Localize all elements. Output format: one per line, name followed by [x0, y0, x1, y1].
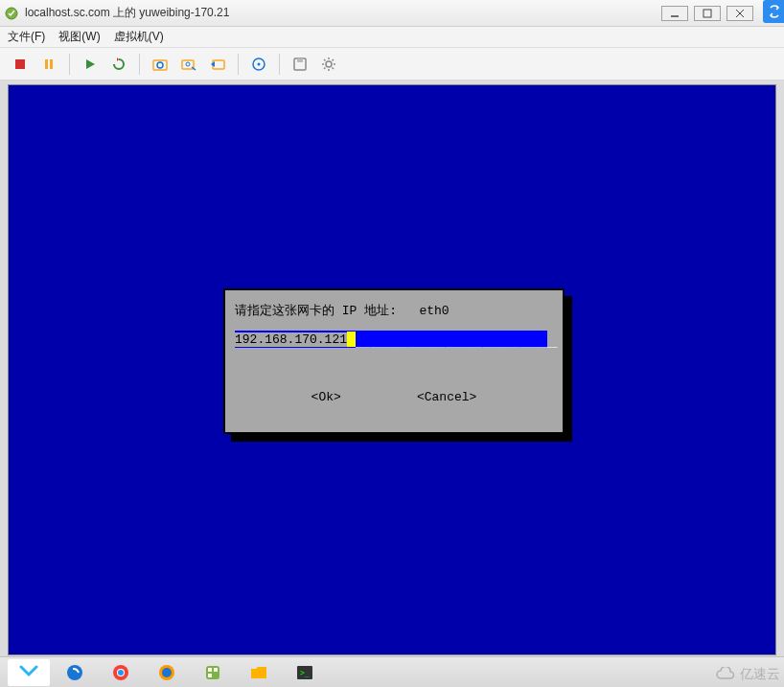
- app-icon: [4, 6, 19, 21]
- snapshot-manager-button[interactable]: [176, 52, 201, 77]
- svg-rect-25: [208, 668, 212, 672]
- window-title: localhost.sc.com 上的 yuweibing-170.21: [25, 5, 661, 21]
- stop-button[interactable]: [8, 52, 33, 77]
- floppy-button[interactable]: [288, 52, 312, 77]
- toolbar-separator: [69, 54, 70, 75]
- watermark-text: 亿速云: [740, 666, 780, 681]
- svg-text:>_: >_: [300, 669, 310, 677]
- taskbar: >_ 亿速云: [0, 656, 784, 687]
- taskbar-chrome[interactable]: [100, 659, 142, 686]
- ip-input-value: 192.168.170.121: [235, 332, 347, 347]
- taskbar-explorer[interactable]: [238, 659, 280, 686]
- svg-rect-26: [214, 668, 218, 672]
- svg-rect-7: [50, 59, 53, 69]
- toolbar-separator: [238, 54, 239, 75]
- settings-button[interactable]: [316, 52, 341, 77]
- svg-point-9: [157, 62, 163, 68]
- menu-bar: 文件(F) 视图(W) 虚拟机(V): [0, 27, 784, 48]
- cancel-button[interactable]: <Cancel>: [417, 390, 476, 404]
- taskbar-vmware[interactable]: [192, 659, 234, 686]
- text-cursor: [347, 332, 356, 347]
- ok-button[interactable]: <Ok>: [311, 390, 341, 404]
- svg-point-21: [118, 670, 124, 676]
- dialog-prompt: 请指定这张网卡的 IP 地址: eth0: [235, 302, 553, 319]
- svg-rect-27: [208, 674, 212, 677]
- svg-point-18: [67, 665, 82, 680]
- toolbar: [0, 48, 784, 80]
- taskbar-terminal[interactable]: >_: [284, 659, 326, 686]
- ip-input-field[interactable]: 192.168.170.121: [235, 331, 547, 348]
- vm-console[interactable]: 请指定这张网卡的 IP 地址: eth0 192.168.170.121 <Ok…: [8, 84, 776, 655]
- taskbar-app-1[interactable]: [8, 659, 50, 686]
- revert-snapshot-button[interactable]: [205, 52, 230, 77]
- window-controls: [661, 6, 753, 21]
- dialog-buttons: <Ok> <Cancel>: [235, 390, 553, 404]
- pause-button[interactable]: [36, 52, 61, 77]
- ip-config-dialog: 请指定这张网卡的 IP 地址: eth0 192.168.170.121 <Ok…: [223, 288, 565, 434]
- reset-button[interactable]: [106, 52, 131, 77]
- svg-point-11: [186, 62, 190, 66]
- svg-rect-16: [297, 58, 303, 62]
- minimize-button[interactable]: [661, 6, 688, 21]
- input-underline: [356, 331, 547, 348]
- toolbar-separator: [279, 54, 280, 75]
- menu-vm[interactable]: 虚拟机(V): [114, 29, 164, 45]
- watermark: 亿速云: [715, 666, 780, 683]
- snapshot-button[interactable]: [148, 52, 173, 77]
- taskbar-app-2[interactable]: [54, 659, 96, 686]
- menu-file[interactable]: 文件(F): [8, 29, 45, 45]
- svg-point-23: [162, 668, 172, 677]
- play-button[interactable]: [78, 52, 103, 77]
- svg-rect-6: [45, 59, 48, 69]
- menu-view[interactable]: 视图(W): [58, 29, 100, 45]
- cd-drive-button[interactable]: [246, 52, 271, 77]
- toolbar-separator: [139, 54, 140, 75]
- svg-rect-2: [703, 10, 711, 17]
- sync-icon[interactable]: [763, 0, 784, 23]
- svg-point-14: [258, 62, 261, 65]
- svg-point-17: [326, 61, 332, 67]
- window-titlebar: localhost.sc.com 上的 yuweibing-170.21: [0, 0, 784, 27]
- taskbar-firefox[interactable]: [146, 659, 188, 686]
- svg-rect-5: [15, 59, 25, 69]
- close-button[interactable]: [726, 6, 753, 21]
- maximize-button[interactable]: [694, 6, 721, 21]
